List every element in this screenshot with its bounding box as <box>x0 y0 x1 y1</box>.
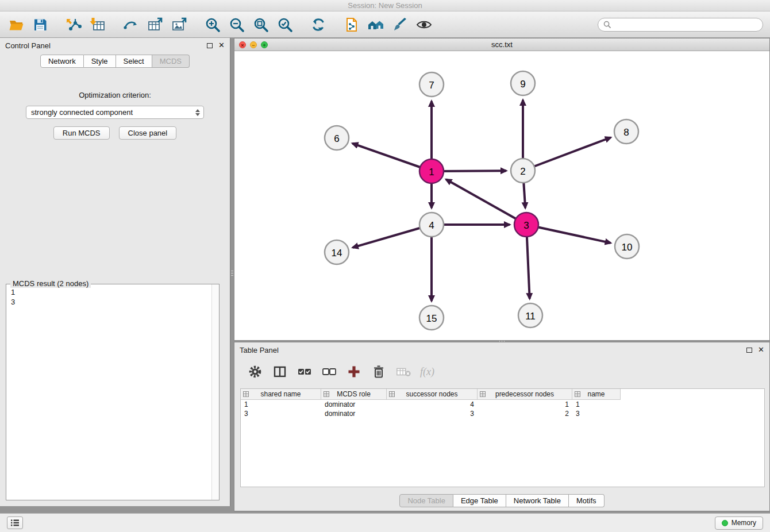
dropdown-stepper-icon <box>194 109 201 116</box>
export-table-button[interactable] <box>146 16 164 34</box>
tab-motifs[interactable]: Motifs <box>569 494 605 507</box>
table-cell: 1 <box>478 400 572 409</box>
edge-layer <box>352 100 611 301</box>
edge-3-10[interactable] <box>526 225 611 243</box>
view-tool-group <box>342 16 433 34</box>
delete-table-icon <box>395 364 411 379</box>
fx-icon: f(x) <box>420 366 434 378</box>
table-row[interactable]: 3dominator323 <box>241 409 764 418</box>
add-column-button[interactable] <box>346 364 362 380</box>
gear-icon <box>248 364 263 379</box>
save-session-button[interactable] <box>31 16 49 34</box>
column-header-successor-nodes[interactable]: successor nodes <box>387 389 478 400</box>
tab-network-table[interactable]: Network Table <box>506 494 569 507</box>
refresh-button[interactable] <box>309 16 328 34</box>
criterion-dropdown[interactable]: strongly connected component <box>26 106 204 119</box>
import-table-button[interactable] <box>88 16 107 34</box>
toolbar-search[interactable] <box>598 18 763 32</box>
network-window: scc.txt × − + 7968124314101511 <box>234 38 770 341</box>
column-header-predecessor-nodes[interactable]: predecessor nodes <box>478 389 572 400</box>
tab-network[interactable]: Network <box>40 55 84 68</box>
table-cell: 1 <box>241 400 321 409</box>
network-node-7[interactable]: 7 <box>419 72 444 97</box>
table-cell: 3 <box>572 409 621 418</box>
column-type-icon <box>575 391 580 397</box>
table-settings-gear-button[interactable] <box>247 364 263 380</box>
zoom-in-button[interactable] <box>203 16 222 34</box>
delete-table-button[interactable] <box>395 364 411 380</box>
share-arrows-icon <box>123 17 139 33</box>
search-icon <box>603 21 611 28</box>
zoom-out-button[interactable] <box>228 16 246 34</box>
select-all-columns-button[interactable] <box>297 364 313 380</box>
minimize-window-icon[interactable]: − <box>250 41 257 48</box>
export-table-icon <box>147 17 163 33</box>
tab-style[interactable]: Style <box>84 55 116 68</box>
table-cell: dominator <box>321 409 387 418</box>
close-panel-button[interactable]: Close panel <box>119 126 177 140</box>
network-canvas[interactable]: 7968124314101511 <box>234 51 769 340</box>
zoom-window-icon[interactable]: + <box>261 41 268 48</box>
network-node-14[interactable]: 14 <box>325 240 349 264</box>
zoom-selected-button[interactable] <box>276 16 294 34</box>
edge-3-1[interactable] <box>446 179 526 225</box>
import-table-icon <box>90 17 106 33</box>
unselect-all-columns-button[interactable] <box>321 364 337 380</box>
list-icon <box>10 519 20 527</box>
search-input[interactable] <box>614 21 757 29</box>
network-node-1[interactable]: 1 <box>419 159 444 183</box>
network-node-4[interactable]: 4 <box>419 213 444 237</box>
table-panel-header: Table Panel ✕ <box>234 342 769 357</box>
float-table-panel-icon[interactable] <box>746 348 752 353</box>
tab-mcds[interactable]: MCDS <box>152 55 190 68</box>
delete-column-button[interactable] <box>371 364 387 380</box>
function-builder-button[interactable]: f(x) <box>420 364 434 380</box>
first-neighbors-button[interactable] <box>367 16 385 34</box>
mcds-result-value: 1 <box>11 287 214 297</box>
column-type-icon <box>480 391 486 397</box>
network-node-3[interactable]: 3 <box>514 213 538 237</box>
file-tool-group <box>7 16 49 34</box>
import-network-button[interactable] <box>64 16 83 34</box>
memory-button[interactable]: Memory <box>715 516 763 530</box>
import-tool-group <box>64 16 107 34</box>
table-row[interactable]: 1dominator411 <box>241 400 764 409</box>
network-node-6[interactable]: 6 <box>325 126 349 150</box>
network-node-9[interactable]: 9 <box>511 71 535 95</box>
zoom-fit-button[interactable] <box>252 16 270 34</box>
edge-2-8[interactable] <box>523 137 611 171</box>
refresh-tool-group <box>309 16 328 34</box>
show-details-eye-button[interactable] <box>415 16 433 34</box>
close-table-panel-icon[interactable]: ✕ <box>758 347 764 353</box>
network-node-8[interactable]: 8 <box>614 119 638 144</box>
save-floppy-icon <box>32 17 48 33</box>
network-node-15[interactable]: 15 <box>419 306 444 330</box>
table-cell: 3 <box>241 409 321 418</box>
network-node-11[interactable]: 11 <box>518 303 542 327</box>
tab-select[interactable]: Select <box>116 55 152 68</box>
export-image-button[interactable] <box>170 16 188 34</box>
export-image-icon <box>171 17 187 33</box>
show-columns-button[interactable] <box>272 364 288 380</box>
tab-edge-table[interactable]: Edge Table <box>453 494 506 507</box>
task-history-button[interactable] <box>7 516 23 529</box>
column-header-name[interactable]: name <box>572 389 621 400</box>
export-network-button[interactable] <box>122 16 140 34</box>
memory-status-dot-icon <box>722 520 728 526</box>
open-session-button[interactable] <box>7 16 25 34</box>
result-scrollbar[interactable] <box>211 284 219 500</box>
float-panel-icon[interactable] <box>207 43 213 48</box>
column-header-mcds-role[interactable]: MCDS role <box>321 389 387 400</box>
close-panel-icon[interactable]: ✕ <box>218 43 225 48</box>
paint-brush-icon <box>392 17 408 33</box>
style-paint-button[interactable] <box>391 16 409 34</box>
close-window-icon[interactable]: × <box>239 41 246 48</box>
table-toolbar: f(x) <box>234 357 769 386</box>
optimization-criterion-label: Optimization criterion: <box>0 91 230 99</box>
column-header-shared-name[interactable]: shared name <box>241 389 321 400</box>
run-mcds-button[interactable]: Run MCDS <box>53 126 110 140</box>
tab-node-table[interactable]: Node Table <box>399 494 453 507</box>
network-node-10[interactable]: 10 <box>615 234 639 259</box>
copy-network-button[interactable] <box>342 16 361 34</box>
network-node-2[interactable]: 2 <box>511 159 535 183</box>
